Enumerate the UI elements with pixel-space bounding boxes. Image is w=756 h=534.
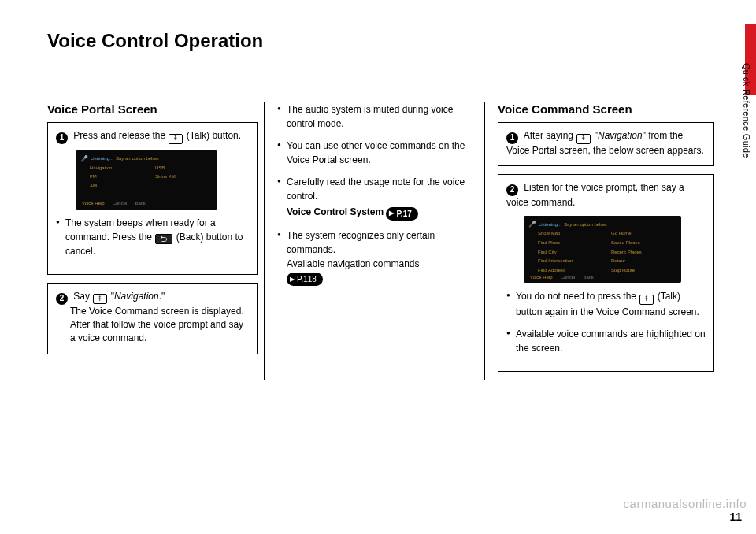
bullet3-text: Carefully read the usage note for the vo… bbox=[287, 176, 465, 202]
opt: Find Intersection bbox=[538, 258, 603, 265]
col2-bullet: You can use other voice commands on the … bbox=[277, 139, 478, 167]
step1-text-b: " bbox=[591, 130, 598, 141]
listening-label: Listening... bbox=[91, 155, 113, 162]
col1-step1-box: 1 Press and release the ⤉ (Talk) button.… bbox=[47, 122, 258, 275]
step2-bullet1: You do not need to press the ⤉ (Talk) bu… bbox=[506, 289, 706, 319]
side-section-title: Quick Reference Guide bbox=[742, 63, 751, 158]
step2-line2: The Voice Command screen is displayed. bbox=[56, 305, 249, 318]
listening-label: Listening... bbox=[539, 221, 561, 228]
step2-text-d: ." bbox=[159, 291, 165, 302]
command-bottom-row: Voice Help Cancel Back bbox=[530, 274, 594, 281]
page-number: 11 bbox=[729, 510, 742, 523]
col1-step2-box: 2 Say ⤉ "Navigation." The Voice Command … bbox=[47, 283, 258, 354]
command-options-grid: Show Map Go Home Find Place Saved Places… bbox=[538, 230, 676, 273]
opt: Find City bbox=[538, 249, 603, 256]
talk-icon: ⤉ bbox=[93, 294, 107, 304]
bottom-btn: Back bbox=[135, 200, 145, 207]
bottom-btn: Voice Help bbox=[82, 200, 105, 207]
opt: Find Place bbox=[538, 239, 603, 247]
bottom-btn: Voice Help bbox=[530, 274, 553, 281]
opt: USB bbox=[155, 165, 213, 172]
label-text: Voice Control System bbox=[287, 206, 384, 217]
step1-text-a: Press and release the bbox=[73, 130, 168, 141]
voice-control-system-label: Voice Control System P.17 bbox=[287, 205, 478, 221]
prompt-label: Say an option below. bbox=[116, 155, 159, 162]
opt: Show Map bbox=[538, 230, 603, 237]
step-number-1: 1 bbox=[506, 132, 518, 144]
step2-text-a: Say bbox=[73, 291, 92, 302]
step1-bullet: The system beeps when ready for a comman… bbox=[56, 216, 249, 258]
watermark: carmanualsonline.info bbox=[624, 497, 747, 510]
portal-options-grid: Navigation USB FM Sirius XM AM bbox=[90, 165, 213, 190]
col2-bullet: Carefully read the usage note for the vo… bbox=[277, 175, 478, 221]
bottom-btn: Cancel bbox=[113, 200, 128, 207]
bullet-text-a: You do not need to press the bbox=[516, 291, 639, 302]
voice-portal-screenshot: 🎤 Listening... Say an option below. Navi… bbox=[76, 150, 217, 210]
talk-icon: ⤉ bbox=[169, 134, 183, 144]
talk-icon: ⤉ bbox=[639, 295, 654, 305]
opt: Go Home bbox=[611, 230, 676, 237]
opt: Find Address bbox=[538, 267, 603, 274]
step2-line3: After that follow the voice prompt and s… bbox=[56, 318, 249, 346]
back-icon: ⮌ bbox=[155, 234, 172, 244]
mic-icon: 🎤 bbox=[528, 220, 536, 229]
mic-icon: 🎤 bbox=[80, 154, 88, 164]
bullet4-line2: Available navigation commands bbox=[287, 258, 420, 269]
talk-icon: ⤉ bbox=[576, 134, 591, 144]
step2-bullet2: Available voice commands are highlighted… bbox=[506, 327, 706, 355]
portal-bottom-row: Voice Help Cancel Back bbox=[82, 200, 146, 207]
column-1: Voice Portal Screen 1 Press and release … bbox=[47, 102, 264, 380]
bottom-btn: Cancel bbox=[561, 274, 576, 281]
step2-text: Listen for the voice prompt, then say a … bbox=[506, 182, 684, 208]
column-2: The audio system is muted during voice c… bbox=[264, 102, 484, 380]
step1-text-a: After saying bbox=[524, 130, 576, 141]
column-3: Voice Command Screen 1 After saying ⤉ "N… bbox=[484, 102, 721, 380]
opt: Saved Places bbox=[611, 239, 676, 247]
opt: FM bbox=[90, 173, 147, 180]
page-ref-118: P.118 bbox=[287, 273, 323, 286]
col3-step1-box: 1 After saying ⤉ "Navigation" from the V… bbox=[498, 122, 714, 166]
page-ref-17: P.17 bbox=[386, 207, 417, 221]
step-number-1: 1 bbox=[56, 132, 68, 144]
opt bbox=[155, 183, 213, 190]
col3-heading: Voice Command Screen bbox=[498, 102, 714, 116]
col3-step2-box: 2 Listen for the voice prompt, then say … bbox=[498, 174, 714, 372]
opt: Sirius XM bbox=[155, 173, 213, 180]
opt: Navigation bbox=[90, 165, 147, 172]
step1-text-b: (Talk) button. bbox=[183, 130, 241, 141]
step-number-2: 2 bbox=[56, 293, 68, 305]
opt: Stop Route bbox=[611, 267, 676, 274]
navigation-command: Navigation bbox=[114, 291, 159, 302]
col2-bullet: The system recognizes only certain comma… bbox=[277, 228, 478, 287]
opt: AM bbox=[90, 183, 147, 190]
prompt-label: Say an option below. bbox=[564, 221, 607, 228]
manual-page: Quick Reference Guide Voice Control Oper… bbox=[0, 0, 756, 534]
col1-heading: Voice Portal Screen bbox=[47, 102, 258, 116]
step-number-2: 2 bbox=[506, 184, 518, 196]
voice-command-screenshot: 🎤 Listening... Say an option below. Show… bbox=[524, 216, 681, 283]
bottom-btn: Back bbox=[583, 274, 593, 281]
navigation-command: Navigation bbox=[598, 130, 643, 141]
col2-bullet: The audio system is muted during voice c… bbox=[277, 102, 478, 131]
page-title: Voice Control Operation bbox=[47, 30, 263, 52]
bullet4-text: The system recognizes only certain comma… bbox=[287, 230, 435, 255]
opt: Detour bbox=[611, 258, 676, 265]
step2-text-b: " bbox=[108, 291, 114, 302]
opt: Recent Places bbox=[611, 249, 676, 256]
content-columns: Voice Portal Screen 1 Press and release … bbox=[47, 102, 724, 380]
